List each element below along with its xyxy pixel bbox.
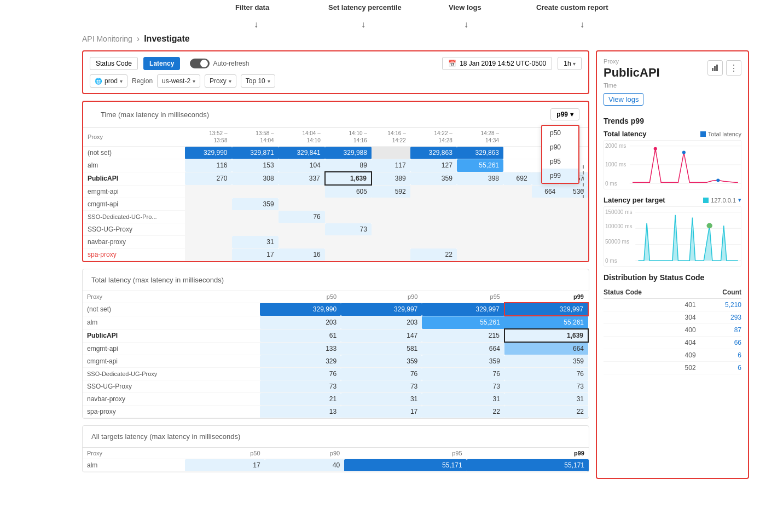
proxy-cell: emgmt-api — [83, 342, 260, 355]
value-cell — [185, 236, 231, 248]
proxy-dropdown[interactable]: Proxy — [205, 74, 236, 88]
status-code-tab[interactable]: Status Code — [90, 57, 138, 70]
value-cell: 337 — [279, 172, 325, 185]
dist-row: 502 6 — [604, 362, 741, 374]
region-caret — [193, 77, 195, 85]
proxy-cell: (not set) — [83, 147, 185, 159]
filter-arrow: ↓ — [254, 20, 258, 30]
p90-option[interactable]: p90 — [542, 140, 578, 154]
count-cell[interactable]: 293 — [696, 311, 741, 324]
value-cell — [185, 185, 231, 198]
value-cell — [185, 248, 231, 261]
value-cell: 359 — [341, 355, 422, 368]
value-cell — [532, 223, 560, 236]
view-logs-link[interactable]: View logs — [604, 93, 643, 106]
value-cell — [232, 223, 279, 236]
top10-dropdown[interactable]: Top 10 — [241, 74, 275, 88]
value-cell: 76 — [341, 368, 422, 380]
at-p50-header: p50 — [185, 448, 265, 459]
proxy-cell: cmgmt-api — [83, 198, 185, 211]
value-cell: 581 — [341, 342, 422, 355]
target-dropdown[interactable]: ▾ — [738, 196, 741, 204]
value-cell — [532, 198, 560, 211]
value-cell — [325, 248, 372, 261]
status-code-cell: 409 — [604, 349, 696, 362]
value-cell: 389 — [372, 172, 410, 185]
more-options-icon[interactable]: ⋮ — [726, 60, 741, 76]
value-cell — [503, 223, 532, 236]
value-cell: 21 — [260, 393, 341, 406]
count-cell[interactable]: 6 — [696, 362, 741, 374]
value-cell: 73 — [504, 380, 588, 393]
p50-option[interactable]: p50 — [542, 126, 578, 140]
value-cell: 359 — [422, 355, 504, 368]
time-col-4: 14:10 –14:16 — [325, 128, 372, 147]
create-report-annotation: Create custom report — [536, 3, 608, 11]
set-latency-annotation: Set latency percentile — [328, 3, 402, 11]
svg-point-14 — [707, 223, 712, 228]
value-cell — [503, 147, 532, 159]
value-cell: 215 — [422, 329, 504, 342]
value-cell: 31 — [422, 393, 504, 406]
breadcrumb-parent[interactable]: API Monitoring — [82, 34, 132, 43]
proxy-cell: (not set) — [83, 303, 260, 316]
total-latency-chart: 2000 ms 1000 ms 0 ms — [604, 140, 741, 189]
value-cell — [503, 198, 532, 211]
proxy-cell: navbar-proxy — [83, 393, 260, 406]
value-cell: 61 — [260, 329, 341, 342]
time-proxy-header: Proxy — [83, 128, 185, 147]
value-cell — [532, 211, 560, 223]
value-cell — [325, 211, 372, 223]
count-cell[interactable]: 6 — [696, 349, 741, 362]
metric-chart-icon[interactable] — [707, 60, 723, 76]
count-cell[interactable]: 66 — [696, 337, 741, 349]
count-cell[interactable]: 5,210 — [696, 299, 741, 311]
at-p95-header: p95 — [344, 448, 466, 459]
svg-point-6 — [654, 147, 657, 151]
p95-option[interactable]: p95 — [542, 154, 578, 169]
p99-option[interactable]: p99 — [542, 169, 578, 183]
value-cell: 22 — [410, 248, 457, 261]
value-cell — [185, 198, 231, 211]
table-row: SSO-Dedicated-UG-Pro... 76 — [83, 211, 588, 223]
proxy-cell: emgmt-api — [83, 185, 185, 198]
proxy-cell: PublicAPI — [83, 172, 185, 185]
value-cell — [410, 198, 457, 211]
prod-dropdown[interactable]: prod — [90, 74, 127, 88]
date-picker-button[interactable]: 📅 18 Jan 2019 14:52 UTC-0500 — [442, 57, 552, 70]
globe-icon — [95, 77, 102, 85]
table-row: SSO-Dedicated-UG-Proxy 76 76 76 76 — [83, 368, 588, 380]
total-latency-table: Proxy p50 p90 p95 p99 (not set) 329,990 … — [83, 291, 589, 418]
latency-target-legend-dot — [703, 198, 709, 203]
chart-label-2000: 2000 ms — [605, 143, 626, 149]
auto-refresh-toggle[interactable] — [190, 59, 210, 68]
status-code-cell: 502 — [604, 362, 696, 374]
region-dropdown[interactable]: us-west-2 — [157, 74, 200, 88]
value-cell — [560, 248, 588, 261]
count-cell[interactable]: 87 — [696, 324, 741, 337]
time-col-6: 14:22 –14:28 — [410, 128, 457, 147]
time-col-2: 13:58 –14:04 — [232, 128, 279, 147]
value-cell: 329,863 — [457, 147, 503, 159]
duration-button[interactable]: 1h — [558, 57, 582, 70]
dist-row: 401 5,210 — [604, 299, 741, 311]
breadcrumb-current: Investigate — [144, 34, 190, 44]
percentile-button[interactable]: p99 ▾ — [550, 108, 579, 120]
tl-p50-header: p50 — [260, 291, 341, 303]
latency-target-svg — [604, 207, 741, 266]
value-cell — [279, 185, 325, 198]
svg-point-7 — [682, 151, 686, 154]
time-col-3: 14:04 –14:10 — [279, 128, 325, 147]
latency-tab[interactable]: Latency — [143, 57, 180, 70]
value-cell: 76 — [504, 368, 588, 380]
value-cell — [325, 198, 372, 211]
value-cell — [560, 223, 588, 236]
at-p90-header: p90 — [265, 448, 345, 459]
value-cell: 270 — [185, 172, 231, 185]
total-latency-legend-dot — [700, 131, 706, 137]
value-cell: 31 — [341, 393, 422, 406]
svg-rect-0 — [712, 68, 713, 71]
value-cell: 692 — [503, 172, 532, 185]
table-row: cmgmt-api 359 — [83, 198, 588, 211]
value-cell: 17 — [341, 406, 422, 418]
